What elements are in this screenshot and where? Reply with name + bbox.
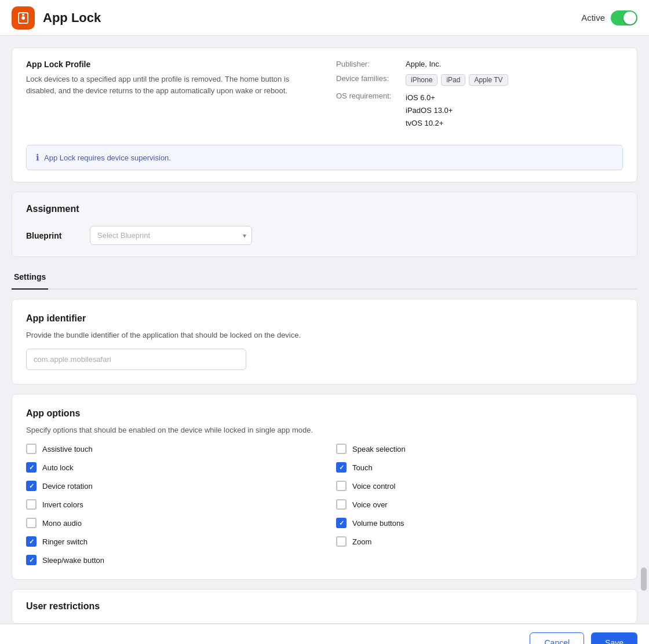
app-options-section: App options Specify options that should … (12, 394, 637, 580)
blueprint-select[interactable]: Select Blueprint (90, 226, 252, 245)
option-checkbox[interactable] (26, 444, 37, 454)
header-right: Active (581, 10, 637, 25)
profile-right: Publisher: Apple, Inc. Device families: … (336, 60, 623, 136)
option-label: Mono audio (42, 519, 82, 528)
option-label: Volume buttons (352, 519, 404, 528)
option-checkbox[interactable] (336, 444, 347, 454)
app-identifier-title: App identifier (26, 313, 623, 324)
option-label: Ringer switch (42, 537, 87, 546)
active-status-label: Active (581, 13, 605, 23)
option-checkbox[interactable] (336, 536, 347, 547)
blueprint-row: Blueprint Select Blueprint ▾ (26, 226, 623, 245)
option-row: Ringer switch (26, 536, 313, 547)
supervision-notice: ℹ App Lock requires device supervision. (26, 145, 623, 170)
option-row: Voice over (336, 499, 623, 510)
device-families-label: Device families: (336, 74, 406, 83)
supervision-text: App Lock requires device supervision. (44, 153, 171, 162)
scrollbar[interactable] (641, 568, 647, 591)
blueprint-label: Blueprint (26, 231, 78, 240)
info-icon: ℹ (36, 152, 39, 163)
option-label: Zoom (352, 537, 371, 546)
toggle-knob (624, 12, 636, 24)
option-checkbox[interactable] (26, 518, 37, 528)
svg-rect-2 (22, 14, 24, 16)
assignment-card: Assignment Blueprint Select Blueprint ▾ (12, 192, 637, 257)
os-requirement-label: OS requirement: (336, 92, 406, 100)
options-grid: Assistive touchAuto lockDevice rotationI… (26, 444, 623, 565)
profile-left: App Lock Profile Lock devices to a speci… (26, 60, 313, 136)
tag-ipad: iPad (441, 74, 465, 86)
tag-iphone: iPhone (406, 74, 437, 86)
device-families-row: Device families: iPhone iPad Apple TV (336, 74, 623, 86)
option-label: Assistive touch (42, 445, 93, 453)
app-identifier-section: App identifier Provide the bundle identi… (12, 299, 637, 385)
content-area: App Lock Profile Lock devices to a speci… (0, 36, 649, 624)
profile-description: Lock devices to a specified app until th… (26, 74, 313, 96)
blueprint-select-wrapper: Select Blueprint ▾ (90, 226, 252, 245)
option-row: Volume buttons (336, 518, 623, 528)
option-checkbox[interactable] (336, 499, 347, 510)
option-checkbox[interactable] (26, 499, 37, 510)
option-checkbox[interactable] (26, 481, 37, 491)
header: App Lock Active (0, 0, 649, 36)
tabs-bar: Settings (12, 266, 637, 290)
active-toggle[interactable] (611, 10, 637, 25)
cancel-button[interactable]: Cancel (530, 632, 584, 644)
option-row: Invert colors (26, 499, 313, 510)
app-identifier-desc: Provide the bundle identifier of the app… (26, 331, 623, 339)
os-line-tvos: tvOS 10.2+ (406, 117, 453, 130)
option-row: Mono audio (26, 518, 313, 528)
option-label: Sleep/wake button (42, 556, 104, 565)
os-lines: iOS 6.0+ iPadOS 13.0+ tvOS 10.2+ (406, 92, 453, 130)
svg-point-1 (21, 16, 25, 20)
profile-card: App Lock Profile Lock devices to a speci… (12, 47, 637, 182)
option-row: Sleep/wake button (26, 555, 313, 565)
option-label: Invert colors (42, 500, 83, 509)
device-families-tags: iPhone iPad Apple TV (406, 74, 508, 86)
option-row: Touch (336, 462, 623, 473)
option-row: Assistive touch (26, 444, 313, 454)
os-requirement-row: OS requirement: iOS 6.0+ iPadOS 13.0+ tv… (336, 92, 623, 130)
os-line-ios: iOS 6.0+ (406, 92, 453, 104)
partial-section: User restrictions (12, 589, 637, 624)
option-row: Zoom (336, 536, 623, 547)
assignment-title: Assignment (26, 204, 623, 214)
option-label: Voice over (352, 500, 388, 509)
page-title: App Lock (43, 10, 101, 25)
option-row: Auto lock (26, 462, 313, 473)
tag-appletv: Apple TV (469, 74, 508, 86)
option-checkbox[interactable] (336, 481, 347, 491)
option-row: Voice control (336, 481, 623, 491)
save-button[interactable]: Save (591, 632, 637, 644)
tab-settings[interactable]: Settings (12, 266, 48, 290)
option-row: Speak selection (336, 444, 623, 454)
os-line-ipados: iPadOS 13.0+ (406, 104, 453, 117)
option-checkbox[interactable] (336, 462, 347, 473)
option-label: Voice control (352, 482, 395, 491)
publisher-value: Apple, Inc. (406, 60, 441, 68)
app-options-desc: Specify options that should be enabled o… (26, 426, 623, 434)
publisher-row: Publisher: Apple, Inc. (336, 60, 623, 68)
app-options-title: App options (26, 408, 623, 419)
option-checkbox[interactable] (26, 462, 37, 473)
option-label: Touch (352, 463, 373, 472)
partial-section-title: User restrictions (26, 601, 623, 612)
option-label: Device rotation (42, 482, 93, 491)
header-left: App Lock (12, 6, 101, 30)
option-checkbox[interactable] (26, 536, 37, 547)
page-wrapper: App Lock Active App Lock Profile Lock de… (0, 0, 649, 644)
profile-section-label: App Lock Profile (26, 60, 313, 69)
option-checkbox[interactable] (336, 518, 347, 528)
bundle-identifier-input[interactable] (26, 349, 246, 370)
publisher-label: Publisher: (336, 60, 406, 68)
option-checkbox[interactable] (26, 555, 37, 565)
option-label: Speak selection (352, 445, 406, 453)
app-icon (12, 6, 35, 30)
option-row: Device rotation (26, 481, 313, 491)
option-label: Auto lock (42, 463, 73, 472)
profile-top: App Lock Profile Lock devices to a speci… (26, 60, 623, 136)
footer-bar: Cancel Save (0, 624, 649, 644)
